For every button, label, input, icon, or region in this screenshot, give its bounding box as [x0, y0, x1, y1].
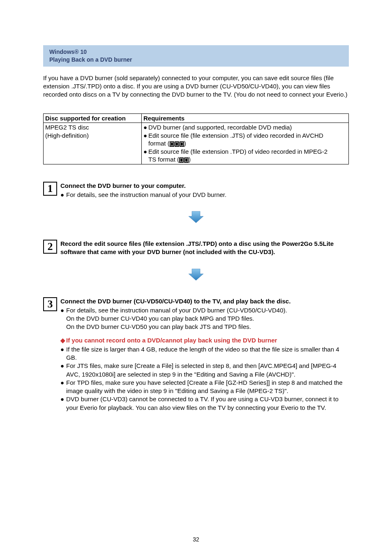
- page-number: 32: [0, 536, 392, 543]
- step-1: 1 Connect the DVD burner to your compute…: [43, 182, 349, 199]
- arrow-1: [43, 210, 349, 225]
- req3: Edit source file (file extension .TPD) o…: [148, 148, 327, 164]
- step-3-number: 3: [43, 297, 57, 311]
- td-requirements: ●DVD burner (and supported, recordable D…: [142, 123, 349, 164]
- th-requirements: Requirements: [142, 113, 349, 123]
- intro-text: If you have a DVD burner (sold separatel…: [43, 74, 349, 99]
- cannot-b1: If the file size is larger than 4 GB, re…: [66, 345, 349, 362]
- req1: DVD burner (and supported, recordable DV…: [148, 123, 292, 132]
- header-product: Windows® 10: [49, 48, 345, 56]
- step-1-title: Connect the DVD burner to your computer.: [60, 182, 349, 190]
- step-2-title: Record the edit source files (file exten…: [60, 240, 349, 257]
- header-title: Playing Back on a DVD burner: [49, 56, 345, 64]
- cannot-b2: For JTS files, make sure [Create a File]…: [66, 362, 349, 379]
- step-1-number: 1: [43, 182, 57, 196]
- step-3: 3 Connect the DVD burner (CU-VD50/CU-VD4…: [43, 297, 349, 412]
- down-arrow-icon: [188, 210, 204, 224]
- step-2: 2 Record the edit source files (file ext…: [43, 240, 349, 257]
- cannot-b4: DVD burner (CU-VD3) cannot be connected …: [66, 395, 349, 412]
- arrow-2: [43, 268, 349, 282]
- section-header: Windows® 10 Playing Back on a DVD burner: [43, 45, 349, 67]
- disc-line1: MPEG2 TS disc: [45, 124, 89, 131]
- disc-line2: (High-definition): [45, 132, 89, 139]
- avchd-icon: [170, 141, 184, 147]
- mpeg2-icon: [179, 157, 189, 163]
- th-disc: Disc supported for creation: [44, 113, 142, 123]
- cannot-b3: For TPD files, make sure you have select…: [66, 379, 349, 395]
- req2: Edit source file (file extension .JTS) o…: [148, 132, 323, 148]
- step-2-number: 2: [43, 240, 57, 254]
- step-3-text: For details, see the instruction manual …: [66, 306, 287, 331]
- cannot-header: If you cannot record onto a DVD/cannot p…: [60, 336, 349, 345]
- td-disc: MPEG2 TS disc (High-definition): [44, 123, 142, 164]
- step-1-text: For details, see the instruction manual …: [66, 191, 226, 199]
- down-arrow-icon: [188, 268, 204, 281]
- step-3-title: Connect the DVD burner (CU-VD50/CU-VD40)…: [60, 297, 349, 305]
- requirements-table: Disc supported for creation Requirements…: [43, 113, 349, 164]
